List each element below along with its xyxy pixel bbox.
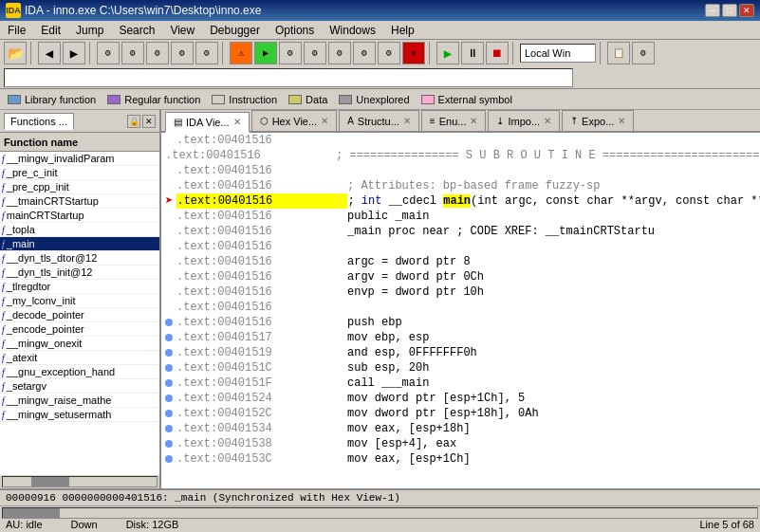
table-row[interactable]: .text:00401516: [161, 300, 760, 315]
table-row[interactable]: .text:00401516: [161, 239, 760, 254]
table-row[interactable]: .text:00401517 mov ebp, esp: [161, 330, 760, 345]
menu-item-debugger[interactable]: Debugger: [202, 22, 268, 39]
toolbar-btn-1[interactable]: ⚙: [97, 42, 120, 64]
toolbar-btn-14[interactable]: 📋: [607, 42, 630, 64]
minimize-button[interactable]: ─: [705, 4, 720, 17]
list-item[interactable]: f_setargv: [0, 379, 159, 394]
toolbar-play[interactable]: ▶: [436, 42, 459, 64]
toolbar-btn-10[interactable]: ⚙: [328, 42, 351, 64]
tab-hex-vie---[interactable]: ⬡Hex Vie...✕: [251, 110, 338, 131]
list-item[interactable]: f__mingw_setusermath: [0, 408, 159, 422]
list-item[interactable]: f_my_lconv_init: [0, 294, 159, 308]
table-row[interactable]: .text:00401516 argv = dword ptr 0Ch: [161, 269, 760, 284]
table-row[interactable]: .text:0040151F call ___main: [161, 376, 760, 391]
window-controls[interactable]: ─ □ ✕: [705, 4, 754, 17]
list-item[interactable]: f__gnu_exception_hand: [0, 365, 159, 379]
toolbar-btn-3[interactable]: ⚙: [146, 42, 169, 64]
toolbar-pause[interactable]: ⏸: [461, 42, 484, 64]
list-item[interactable]: f__dyn_tls_init@12: [0, 266, 159, 280]
search-bar[interactable]: [4, 68, 573, 87]
toolbar-new[interactable]: 📂: [4, 42, 27, 64]
panel-close-icon[interactable]: ✕: [142, 115, 156, 128]
table-row[interactable]: .text:00401524 mov dword ptr [esp+1Ch], …: [161, 391, 760, 406]
table-row[interactable]: .text:00401534 mov eax, [esp+18h]: [161, 421, 760, 436]
tab-close-icon[interactable]: ✕: [233, 117, 241, 127]
toolbar-forward[interactable]: ▶: [63, 42, 85, 64]
toolbar-btn-13[interactable]: ✕: [402, 42, 425, 64]
h-scroll-thumb[interactable]: [3, 508, 60, 518]
menu-item-file[interactable]: File: [0, 22, 33, 39]
table-row[interactable]: .text:00401516 push ebp: [161, 315, 760, 330]
tab-close-icon[interactable]: ✕: [544, 116, 551, 126]
toolbar-btn-11[interactable]: ⚙: [353, 42, 376, 64]
tab-ida-vie---[interactable]: ▤IDA Vie...✕: [165, 112, 250, 133]
panel-lock-icon[interactable]: 🔒: [127, 115, 140, 128]
toolbar-btn-15[interactable]: ⚙: [632, 42, 655, 64]
table-row[interactable]: .text:0040153C mov eax, [esp+1Ch]: [161, 451, 760, 467]
menu-item-view[interactable]: View: [162, 22, 202, 39]
menu-item-edit[interactable]: Edit: [33, 22, 68, 39]
list-item[interactable]: f_main: [0, 237, 159, 251]
left-scroll-thumb[interactable]: [31, 477, 69, 486]
table-row[interactable]: .text:0040151C sub esp, 20h: [161, 360, 760, 376]
list-item[interactable]: f__mingw_invalidParam: [0, 152, 159, 166]
toolbar-stop[interactable]: ⏹: [486, 42, 509, 64]
menu-item-options[interactable]: Options: [268, 22, 322, 39]
list-item[interactable]: fmainCRTStartup: [0, 209, 159, 223]
menu-item-windows[interactable]: Windows: [322, 22, 383, 39]
func-list[interactable]: f__mingw_invalidParamf_pre_c_initf_pre_c…: [0, 152, 159, 475]
toolbar-btn-6[interactable]: ⚠: [230, 42, 252, 64]
h-scrollbar[interactable]: [2, 507, 758, 519]
tab-enu---[interactable]: ≡Enu...✕: [421, 110, 487, 131]
toolbar-back[interactable]: ◀: [38, 42, 61, 64]
table-row[interactable]: .text:00401516: [161, 163, 760, 178]
toolbar-btn-9[interactable]: ⚙: [304, 42, 326, 64]
list-item[interactable]: f_topla: [0, 223, 159, 237]
table-row[interactable]: .text:00401519 and esp, 0FFFFFFF0h: [161, 345, 760, 360]
tab-close-icon[interactable]: ✕: [403, 116, 411, 126]
toolbar-btn-5[interactable]: ⚙: [195, 42, 218, 64]
menu-item-help[interactable]: Help: [383, 22, 422, 39]
close-button[interactable]: ✕: [739, 4, 754, 17]
tab-impo---[interactable]: ⤓Impo...✕: [488, 110, 560, 131]
list-item[interactable]: f__tmainCRTStartup: [0, 194, 159, 209]
table-row[interactable]: .text:00401516; ================ S U B R…: [161, 148, 760, 163]
list-item[interactable]: f__mingw_raise_mathe: [0, 394, 159, 408]
table-row[interactable]: .text:0040152C mov dword ptr [esp+18h], …: [161, 406, 760, 421]
toolbar-btn-4[interactable]: ⚙: [171, 42, 194, 64]
tab-close-icon[interactable]: ✕: [618, 116, 625, 126]
toolbar-btn-7[interactable]: ▶: [254, 42, 277, 64]
tab-expo---[interactable]: ⤒Expo...✕: [562, 110, 634, 131]
table-row[interactable]: .text:00401516 public _main: [161, 209, 760, 224]
table-row[interactable]: .text:00401516: [161, 133, 760, 148]
code-view[interactable]: .text:00401516 .text:00401516; =========…: [161, 133, 760, 488]
toolbar-btn-8[interactable]: ⚙: [279, 42, 302, 64]
tab-close-icon[interactable]: ✕: [321, 116, 328, 126]
list-item[interactable]: f_tlregdtor: [0, 280, 159, 294]
legend-unexplored-box: [339, 95, 352, 104]
local-win-input[interactable]: [520, 44, 596, 63]
list-item[interactable]: f_pre_cpp_init: [0, 180, 159, 194]
list-item[interactable]: f_encode_pointer: [0, 322, 159, 337]
menu-item-search[interactable]: Search: [111, 22, 162, 39]
list-item[interactable]: f__dyn_tls_dtor@12: [0, 251, 159, 266]
toolbar-btn-2[interactable]: ⚙: [121, 42, 144, 64]
list-item[interactable]: f_pre_c_init: [0, 166, 159, 180]
maximize-button[interactable]: □: [722, 4, 737, 17]
tab-structu---[interactable]: AStructu...✕: [339, 110, 419, 131]
table-row[interactable]: .text:00401516; Attributes: bp-based fra…: [161, 178, 760, 193]
code-addr: .text:00401516: [176, 178, 347, 193]
left-scrollbar[interactable]: [2, 476, 158, 487]
table-row[interactable]: .text:00401516 argc = dword ptr 8: [161, 254, 760, 269]
table-row[interactable]: .text:00401516 envp = dword ptr 10h: [161, 284, 760, 300]
functions-tab[interactable]: Functions ...: [4, 113, 74, 130]
toolbar-btn-12[interactable]: ⚙: [378, 42, 400, 64]
table-row[interactable]: ➤.text:00401516 ; int __cdecl main(int a…: [161, 193, 760, 209]
tab-close-icon[interactable]: ✕: [470, 116, 477, 126]
table-row[interactable]: .text:00401538 mov [esp+4], eax: [161, 436, 760, 451]
list-item[interactable]: f_atexit: [0, 351, 159, 365]
list-item[interactable]: f_decode_pointer: [0, 308, 159, 322]
menu-item-jump[interactable]: Jump: [68, 22, 111, 39]
list-item[interactable]: f__mingw_onexit: [0, 337, 159, 351]
table-row[interactable]: .text:00401516 _main proc near ; CODE XR…: [161, 224, 760, 239]
